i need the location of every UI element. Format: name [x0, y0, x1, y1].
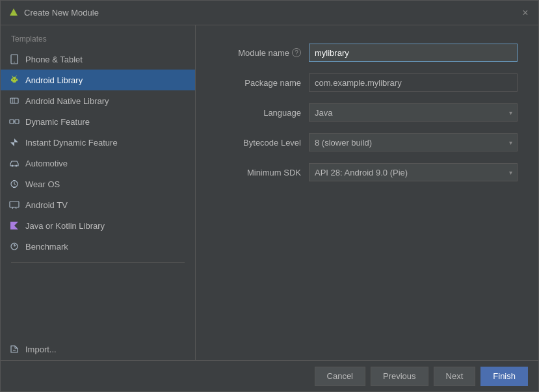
svg-point-17: [12, 165, 14, 167]
svg-point-18: [16, 165, 18, 167]
create-new-module-dialog: Create New Module × Templates Phone & Ta…: [0, 0, 539, 392]
sidebar-item-instant-dynamic[interactable]: Instant Dynamic Feature: [1, 132, 195, 153]
sidebar-item-benchmark[interactable]: Benchmark: [1, 236, 195, 257]
svg-rect-14: [15, 120, 19, 124]
sidebar-item-import[interactable]: Import...: [1, 339, 195, 360]
svg-line-7: [16, 76, 17, 77]
svg-marker-16: [10, 138, 18, 146]
svg-rect-5: [16, 79, 18, 81]
svg-point-3: [14, 62, 15, 63]
previous-button[interactable]: Previous: [371, 367, 428, 386]
svg-rect-1: [12, 14, 16, 16]
android-tv-icon: [8, 199, 20, 211]
package-name-input[interactable]: [309, 73, 518, 92]
svg-rect-24: [10, 202, 19, 207]
sidebar-divider: [11, 262, 185, 263]
dialog-title: Create New Module: [24, 8, 99, 18]
language-label: Language: [217, 108, 301, 118]
sidebar-item-android-library-label: Android Library: [25, 75, 83, 85]
sidebar-item-dynamic-feature-label: Dynamic Feature: [25, 117, 90, 127]
next-button[interactable]: Next: [434, 367, 476, 386]
phone-tablet-icon: [8, 53, 20, 65]
svg-point-9: [15, 79, 16, 79]
module-name-row: Module name ?: [217, 44, 518, 62]
sidebar-item-kotlin-library[interactable]: Java or Kotlin Library: [1, 215, 195, 236]
sidebar-item-automotive-label: Automotive: [25, 159, 68, 168]
sidebar-item-android-native-label: Android Native Library: [25, 96, 109, 106]
app-icon: [8, 8, 19, 18]
title-bar-left: Create New Module: [8, 8, 99, 18]
sidebar-item-automotive[interactable]: Automotive: [1, 153, 195, 174]
sidebar: Templates Phone & Tablet: [1, 25, 196, 360]
sidebar-item-kotlin-library-label: Java or Kotlin Library: [25, 221, 105, 231]
svg-rect-4: [11, 79, 12, 81]
title-bar: Create New Module ×: [1, 1, 538, 25]
kotlin-library-icon: [8, 220, 20, 231]
sidebar-item-wear-os[interactable]: Wear OS: [1, 174, 195, 194]
sidebar-item-android-library[interactable]: Android Library: [1, 70, 195, 90]
dynamic-feature-icon: [8, 116, 20, 127]
language-row: Language Java Kotlin ▾: [217, 103, 518, 122]
language-select-wrapper: Java Kotlin ▾: [309, 103, 518, 122]
instant-dynamic-icon: [8, 137, 20, 148]
benchmark-icon: [8, 241, 20, 252]
sidebar-item-benchmark-label: Benchmark: [25, 242, 68, 252]
svg-rect-20: [13, 180, 16, 181]
module-name-input[interactable]: [309, 44, 518, 62]
sidebar-item-wear-os-label: Wear OS: [25, 179, 60, 189]
svg-rect-13: [10, 120, 14, 124]
min-sdk-label: Minimum SDK: [217, 168, 301, 177]
bytecode-select[interactable]: 8 (slower build) 11 17: [309, 133, 518, 151]
svg-point-8: [13, 79, 14, 79]
bytecode-level-row: Bytecode Level 8 (slower build) 11 17 ▾: [217, 133, 518, 151]
min-sdk-select-wrapper: API 28: Android 9.0 (Pie) API 21: Androi…: [309, 163, 518, 181]
import-icon: [8, 343, 20, 355]
bytecode-label: Bytecode Level: [217, 138, 301, 148]
sidebar-item-android-native[interactable]: Android Native Library: [1, 90, 195, 111]
dialog-content: Templates Phone & Tablet: [1, 25, 538, 360]
package-name-label: Package name: [217, 78, 301, 88]
cancel-button[interactable]: Cancel: [315, 367, 365, 386]
language-select[interactable]: Java Kotlin: [309, 103, 518, 122]
bytecode-select-wrapper: 8 (slower build) 11 17 ▾: [309, 133, 518, 151]
svg-line-6: [12, 76, 14, 77]
sidebar-item-phone-tablet[interactable]: Phone & Tablet: [1, 49, 195, 70]
main-panel: Module name ? Package name Language: [196, 25, 538, 360]
finish-button[interactable]: Finish: [480, 367, 528, 386]
package-name-row: Package name: [217, 73, 518, 92]
sidebar-item-instant-dynamic-label: Instant Dynamic Feature: [25, 138, 118, 148]
android-native-icon: [8, 95, 20, 107]
min-sdk-row: Minimum SDK API 28: Android 9.0 (Pie) AP…: [217, 163, 518, 181]
wear-os-icon: [8, 178, 20, 190]
templates-label: Templates: [1, 28, 195, 49]
svg-marker-27: [10, 222, 18, 229]
svg-line-23: [14, 184, 16, 185]
sidebar-item-android-tv-label: Android TV: [25, 200, 68, 210]
android-library-icon: [8, 74, 20, 86]
close-button[interactable]: ×: [520, 8, 531, 18]
sidebar-item-android-tv[interactable]: Android TV: [1, 194, 195, 215]
automotive-icon: [8, 157, 20, 169]
module-name-help-icon[interactable]: ?: [292, 48, 301, 57]
module-name-label: Module name ?: [217, 48, 301, 58]
sidebar-item-dynamic-feature[interactable]: Dynamic Feature: [1, 111, 195, 132]
sidebar-item-import-label: Import...: [25, 345, 57, 354]
dialog-footer: Cancel Previous Next Finish: [1, 360, 538, 391]
min-sdk-select[interactable]: API 28: Android 9.0 (Pie) API 21: Androi…: [309, 163, 518, 181]
sidebar-item-phone-tablet-label: Phone & Tablet: [25, 55, 83, 64]
svg-rect-21: [13, 187, 16, 188]
